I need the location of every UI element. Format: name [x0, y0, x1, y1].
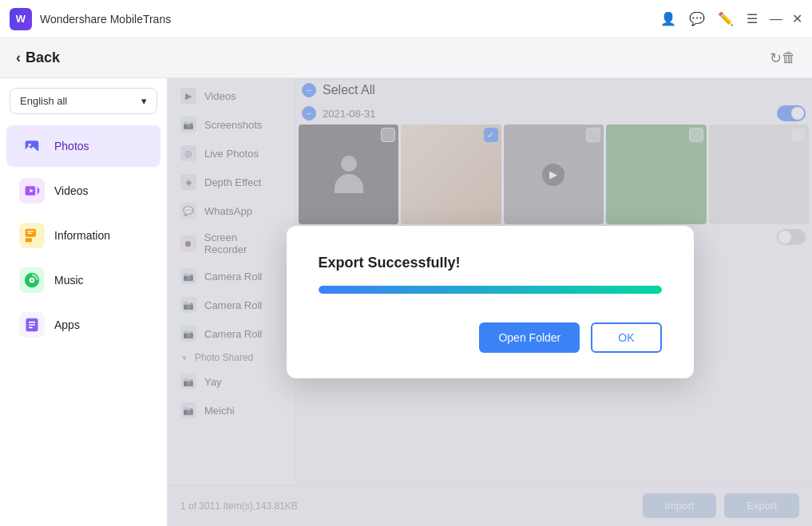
svg-rect-15: [29, 327, 33, 329]
sidebar-item-apps[interactable]: Apps: [6, 304, 160, 346]
sidebar-item-videos[interactable]: Videos: [6, 170, 160, 212]
dialog-title: Export Successfully!: [319, 255, 461, 271]
svg-marker-3: [38, 187, 40, 195]
svg-rect-14: [29, 324, 35, 326]
modal-overlay: Export Successfully! Open Folder OK: [168, 78, 812, 526]
ok-button[interactable]: OK: [591, 322, 661, 353]
music-icon: [19, 267, 45, 293]
window-controls: — ✕: [770, 14, 802, 25]
information-label: Information: [54, 229, 110, 242]
svg-rect-7: [27, 231, 34, 231]
svg-point-11: [31, 279, 34, 282]
dialog-buttons: Open Folder OK: [479, 322, 661, 353]
svg-rect-5: [26, 229, 36, 237]
minimize-button[interactable]: —: [770, 14, 782, 25]
titlebar-icons: 👤 💬 ✏️ ☰: [660, 11, 758, 26]
open-folder-button[interactable]: Open Folder: [479, 322, 580, 353]
sidebar-item-music[interactable]: Music: [6, 259, 160, 301]
back-button[interactable]: ‹ Back: [16, 49, 60, 66]
dropdown-label: English all: [20, 95, 67, 107]
account-icon[interactable]: 👤: [660, 11, 676, 26]
chat-icon[interactable]: 💬: [689, 11, 705, 26]
photos-icon: [19, 133, 45, 159]
refresh-icon[interactable]: ↻: [770, 49, 782, 67]
menu-icon[interactable]: ☰: [747, 11, 758, 26]
svg-rect-6: [26, 238, 32, 242]
progress-bar-fill: [319, 286, 662, 294]
sidebar-item-photos[interactable]: Photos: [6, 125, 160, 167]
main-area: English all ▾ Photos: [0, 78, 812, 526]
videos-icon: [19, 178, 45, 204]
app-logo: W: [10, 8, 32, 30]
export-success-dialog: Export Successfully! Open Folder OK: [287, 226, 694, 378]
apps-icon: [19, 312, 45, 338]
chevron-down-icon: ▾: [141, 95, 147, 107]
app-title: Wondershare MobileTrans: [40, 13, 660, 26]
back-label: Back: [26, 49, 60, 66]
apps-label: Apps: [54, 318, 80, 331]
language-dropdown[interactable]: English all ▾: [10, 88, 157, 114]
sidebar-item-information[interactable]: Information: [6, 215, 160, 256]
content-area: ▶ Videos 📷 Screenshots ◎ Live Photos ◈ D…: [168, 78, 812, 526]
svg-rect-13: [29, 322, 35, 323]
svg-rect-8: [27, 233, 32, 234]
videos-label: Videos: [54, 184, 89, 197]
back-arrow-icon: ‹: [16, 49, 21, 66]
music-label: Music: [54, 274, 84, 287]
close-button[interactable]: ✕: [791, 14, 802, 25]
svg-point-1: [28, 144, 30, 146]
app-content: ‹ Back ↻ 🗑 English all ▾: [0, 38, 812, 526]
title-bar: W Wondershare MobileTrans 👤 💬 ✏️ ☰ — ✕: [0, 0, 812, 38]
edit-icon[interactable]: ✏️: [718, 11, 734, 26]
information-icon: [19, 223, 45, 248]
sidebar: English all ▾ Photos: [0, 78, 168, 526]
back-bar: ‹ Back ↻ 🗑: [0, 38, 812, 78]
photos-label: Photos: [54, 140, 89, 152]
delete-icon[interactable]: 🗑: [782, 49, 796, 66]
progress-bar-background: [319, 286, 662, 294]
